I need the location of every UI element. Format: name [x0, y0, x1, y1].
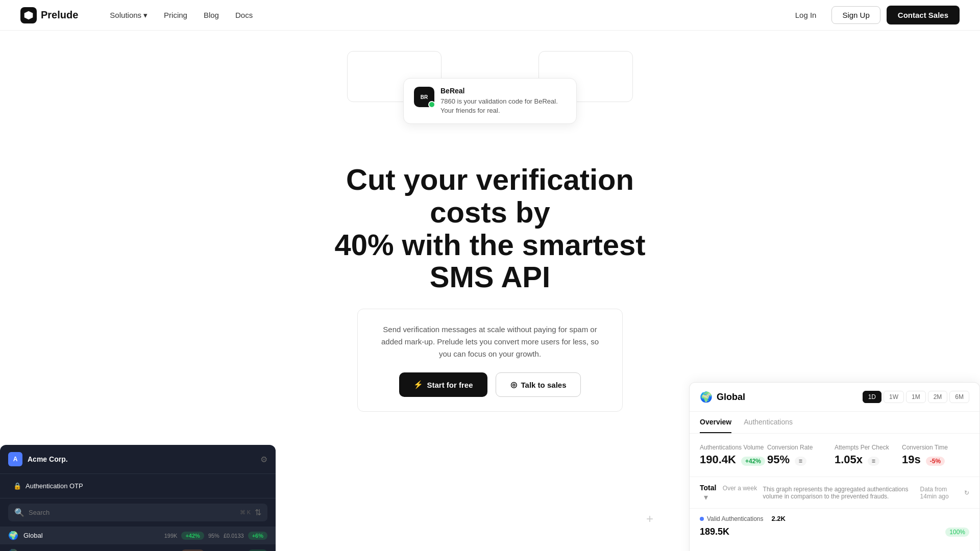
total-row: Total Over a week ▾ This graph represent…	[690, 477, 979, 509]
shield-icon: 🔒	[13, 482, 21, 490]
logo[interactable]: Prelude	[20, 7, 78, 23]
company-selector[interactable]: A Acme Corp.	[8, 452, 68, 466]
search-shortcut: ⌘ K	[240, 509, 251, 516]
green-status-dot	[428, 101, 435, 108]
signup-button[interactable]: Sign Up	[831, 6, 880, 24]
region-row2[interactable]: 🌍 149K +47% 95% £0.0073 +6%	[0, 544, 276, 551]
search-icon: 🔍	[14, 508, 24, 517]
global-pct: 95%	[208, 533, 219, 539]
chevron-down-icon: ▾	[143, 11, 148, 20]
global-change1: +42%	[181, 532, 204, 540]
row2-icon: 🌍	[8, 548, 18, 551]
talk-sales-button[interactable]: ◎ Talk to sales	[496, 372, 581, 397]
chart-svg	[700, 539, 969, 551]
chart-legend-row: Valid Authentications 2.2K	[700, 515, 969, 522]
sort-icon[interactable]: ⇅	[255, 508, 261, 517]
filter-2m[interactable]: 2M	[928, 391, 948, 403]
bereal-logo: BR	[414, 87, 434, 107]
filter-6m[interactable]: 6M	[949, 391, 969, 403]
metrics-grid: Authentications Volume 190.4K +42% Conve…	[690, 434, 979, 477]
global-vol: 199K	[164, 533, 178, 539]
main-content: BR BeReal 7860 is your validation code f…	[0, 0, 980, 551]
tab-authentications[interactable]: Authentications	[744, 412, 793, 433]
filter-1w[interactable]: 1W	[884, 391, 904, 403]
refresh-icon[interactable]: ↻	[964, 489, 969, 496]
hero-title: Cut your verification costs by 40% with …	[311, 163, 669, 293]
total-right: This graph represents the aggregated aut…	[763, 486, 969, 500]
dash-nav: 🔒 Authentication OTP	[0, 474, 276, 498]
analytics-header: 🌍 Global 1D 1W 1M 2M 6M	[690, 383, 979, 412]
chevron-down-icon: ▾	[704, 493, 708, 502]
settings-icon[interactable]: ⚙	[260, 455, 267, 464]
bereal-notification: BR BeReal 7860 is your validation code f…	[403, 78, 577, 124]
filter-1d[interactable]: 1D	[863, 391, 881, 403]
nav-right: Log In Sign Up Contact Sales	[786, 6, 960, 24]
nav-auth-otp[interactable]: 🔒 Authentication OTP	[8, 478, 267, 494]
global-cost: £0.0133	[224, 533, 244, 539]
company-name: Acme Corp.	[28, 455, 68, 463]
nav-pricing[interactable]: Pricing	[157, 8, 194, 22]
filter-1m[interactable]: 1M	[906, 391, 926, 403]
region-global[interactable]: 🌍 Global 199K +42% 95% £0.0133 +6%	[0, 527, 276, 544]
logo-text: Prelude	[41, 9, 78, 21]
nav-links: Solutions ▾ Pricing Blog Docs	[103, 8, 786, 23]
analytics-title: 🌍 Global	[700, 391, 745, 403]
search-input[interactable]	[29, 509, 236, 516]
company-avatar: A	[8, 452, 22, 466]
bereal-name: BeReal	[440, 87, 566, 95]
start-free-button[interactable]: ⚡ Start for free	[399, 372, 487, 397]
logo-icon	[20, 7, 37, 23]
nav-blog[interactable]: Blog	[197, 8, 226, 22]
valid-auth-legend: Valid Authentications	[700, 515, 764, 522]
bottom-section: + A Acme Corp. ⚙ 🔒 Authentication OTP	[0, 458, 980, 551]
nav-solutions[interactable]: Solutions ▾	[103, 8, 155, 23]
data-timestamp: Data from 14min ago ↻	[920, 486, 969, 500]
metric-attempts: Attempts Per Check 1.05x =	[835, 442, 902, 468]
hero-buttons: ⚡ Start for free ◎ Talk to sales	[378, 372, 602, 397]
global-icon: 🌍	[8, 531, 18, 540]
valid-auth-dot	[700, 517, 704, 521]
nav-docs[interactable]: Docs	[228, 8, 260, 22]
contact-sales-button[interactable]: Contact Sales	[887, 6, 960, 24]
plus-icon: +	[646, 512, 653, 526]
login-button[interactable]: Log In	[786, 7, 826, 23]
globe-icon: 🌍	[700, 391, 713, 403]
hero-description: Send verification messages at scale with…	[378, 323, 602, 360]
chart-value-high: 2.2K	[772, 515, 786, 522]
hero-desc-box: Send verification messages at scale with…	[357, 309, 623, 412]
metric-conv-time: Conversion Time 19s -5%	[902, 442, 969, 468]
region-global-name: Global	[23, 532, 164, 539]
global-change2: +6%	[248, 532, 267, 540]
eye-icon: ◎	[510, 380, 517, 389]
lightning-icon: ⚡	[413, 380, 423, 389]
analytics-panel: 🌍 Global 1D 1W 1M 2M 6M Overview Authent…	[689, 382, 980, 551]
search-bar[interactable]: 🔍 ⌘ K ⇅	[8, 504, 267, 521]
global-stats: 199K +42% 95% £0.0133 +6%	[164, 532, 267, 540]
hero-section: Cut your verification costs by 40% with …	[311, 163, 669, 427]
chart-pct-badge: 100%	[945, 528, 969, 537]
total-info: Total Over a week ▾	[700, 483, 763, 502]
metric-conversion-rate: Conversion Rate 95% =	[767, 442, 835, 468]
chart-main-value: 189.5K	[700, 527, 729, 537]
chart-area: Valid Authentications 2.2K 189.5K 100%	[690, 509, 979, 551]
dash-header: A Acme Corp. ⚙	[0, 445, 276, 474]
top-widgets: BR BeReal 7860 is your validation code f…	[342, 41, 638, 143]
dashboard-panel: A Acme Corp. ⚙ 🔒 Authentication OTP 🔍 ⌘ …	[0, 445, 276, 551]
navbar: Prelude Solutions ▾ Pricing Blog Docs Lo…	[0, 0, 980, 31]
analytics-tabs: Overview Authentications	[690, 412, 979, 434]
time-filters: 1D 1W 1M 2M 6M	[863, 391, 969, 403]
bereal-content: BeReal 7860 is your validation code for …	[440, 87, 566, 115]
tab-overview[interactable]: Overview	[700, 412, 731, 433]
bereal-message: 7860 is your validation code for BeReal.…	[440, 97, 566, 115]
metric-auth-volume: Authentications Volume 190.4K +42%	[700, 442, 767, 468]
chart-values-row: 189.5K 100%	[700, 527, 969, 537]
